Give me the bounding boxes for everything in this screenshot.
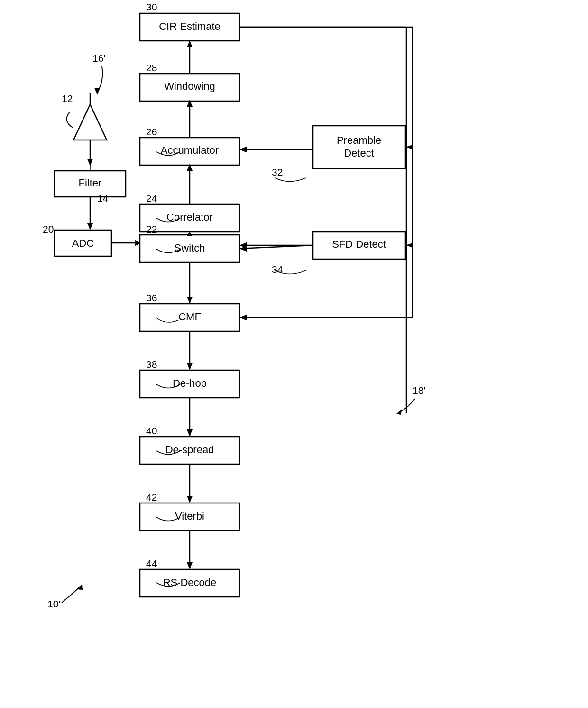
svg-text:22: 22 [146,224,157,234]
svg-marker-5 [87,223,93,230]
svg-text:Detect: Detect [344,147,374,159]
svg-marker-87 [77,584,83,590]
svg-marker-49 [187,562,193,569]
svg-text:Switch: Switch [175,242,205,254]
svg-text:26: 26 [146,126,157,137]
svg-marker-101 [406,242,413,248]
svg-text:14: 14 [97,193,109,204]
svg-text:10': 10' [47,598,60,609]
svg-text:CMF: CMF [178,311,201,323]
svg-text:18': 18' [413,385,425,396]
svg-marker-83 [94,88,100,95]
svg-text:42: 42 [146,492,157,503]
svg-text:CIR Estimate: CIR Estimate [159,20,220,32]
svg-text:28: 28 [146,62,157,73]
svg-text:Viterbi: Viterbi [175,510,204,522]
svg-marker-29 [187,232,193,236]
svg-text:24: 24 [146,193,157,204]
svg-text:Preamble: Preamble [337,134,381,146]
svg-text:Windowing: Windowing [164,80,215,92]
svg-text:40: 40 [146,425,157,436]
svg-marker-35 [187,297,193,304]
svg-text:SFD Detect: SFD Detect [332,238,386,250]
svg-marker-40 [187,363,193,370]
svg-marker-85 [396,409,402,415]
svg-marker-46 [187,496,193,503]
svg-text:Filter: Filter [79,177,102,189]
svg-text:De-hop: De-hop [173,377,207,389]
svg-text:36: 36 [146,292,157,303]
svg-text:20: 20 [43,224,54,234]
svg-text:44: 44 [146,558,157,569]
svg-marker-99 [406,144,413,150]
svg-text:Accumulator: Accumulator [161,144,219,156]
svg-marker-0 [74,104,107,140]
svg-text:30: 30 [146,1,157,12]
svg-text:32: 32 [272,167,283,177]
svg-text:38: 38 [146,359,157,370]
svg-marker-95 [239,147,247,152]
svg-text:12: 12 [62,93,73,104]
diagram: CIR Estimate Windowing Accumulator Pream… [0,0,588,708]
svg-marker-43 [187,429,193,437]
svg-text:ADC: ADC [72,237,94,249]
svg-marker-91 [239,315,247,320]
svg-text:16': 16' [92,53,105,64]
svg-text:RS Decode: RS Decode [163,577,217,588]
